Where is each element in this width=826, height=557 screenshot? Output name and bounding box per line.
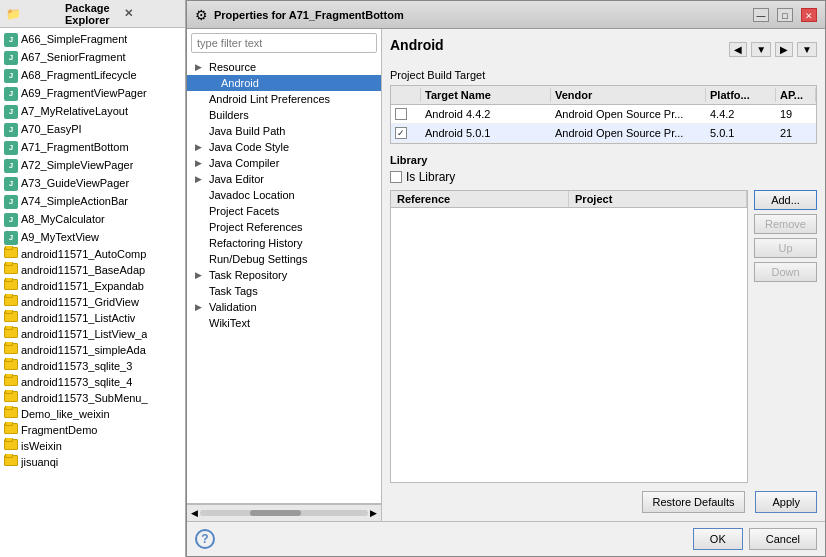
tree-item[interactable]: Refactoring History xyxy=(187,235,381,251)
tree-item[interactable]: ▶Java Compiler xyxy=(187,155,381,171)
package-explorer-item[interactable]: android11571_AutoComp xyxy=(0,246,185,262)
checkbox[interactable]: ✓ xyxy=(395,127,407,139)
package-explorer-item[interactable]: android11573_sqlite_4 xyxy=(0,374,185,390)
maximize-button[interactable]: □ xyxy=(777,8,793,22)
help-icon: ? xyxy=(201,532,208,546)
down-button[interactable]: Down xyxy=(754,262,817,282)
panel-header-row: Android ◀ ▼ ▶ ▼ xyxy=(390,37,817,61)
nav-forward-button[interactable]: ▶ xyxy=(775,42,793,57)
nav-menu-button[interactable]: ▼ xyxy=(797,42,817,57)
package-explorer-item[interactable]: JA72_SimpleViewPager xyxy=(0,156,185,174)
package-explorer-item[interactable]: JA67_SeniorFragment xyxy=(0,48,185,66)
table-row-checkbox[interactable]: ✓ xyxy=(391,125,421,141)
minimize-button[interactable]: — xyxy=(753,8,769,22)
package-explorer-item-label: A8_MyCalculator xyxy=(21,213,105,225)
tree-footer: ◀ ▶ xyxy=(187,503,381,521)
tree-item-label: Javadoc Location xyxy=(209,189,295,201)
package-explorer-item[interactable]: FragmentDemo xyxy=(0,422,185,438)
tree-item-label: Task Repository xyxy=(209,269,287,281)
tree-item[interactable]: Javadoc Location xyxy=(187,187,381,203)
package-explorer-item-label: A66_SimpleFragment xyxy=(21,33,127,45)
package-explorer-item[interactable]: android11571_BaseAdap xyxy=(0,262,185,278)
bottom-right: OK Cancel xyxy=(693,528,817,550)
table-row[interactable]: ✓Android 5.0.1Android Open Source Pr...5… xyxy=(391,124,816,143)
table-cell-api: 21 xyxy=(776,125,816,141)
add-button[interactable]: Add... xyxy=(754,190,817,210)
tree-item[interactable]: Android xyxy=(187,75,381,91)
package-explorer-item[interactable]: isWeixin xyxy=(0,438,185,454)
ok-button[interactable]: OK xyxy=(693,528,743,550)
tree-item-label: Resource xyxy=(209,61,256,73)
package-explorer-item[interactable]: android11571_ListView_a xyxy=(0,326,185,342)
tree-item[interactable]: ▶Java Editor xyxy=(187,171,381,187)
scroll-right-icon[interactable]: ▶ xyxy=(370,508,377,518)
tree-item[interactable]: Project References xyxy=(187,219,381,235)
table-row-checkbox[interactable] xyxy=(391,106,421,122)
is-library-checkbox[interactable] xyxy=(390,171,402,183)
col-header-target: Target Name xyxy=(421,88,551,102)
dialog-body: ▶ResourceAndroidAndroid Lint Preferences… xyxy=(187,29,825,521)
remove-button[interactable]: Remove xyxy=(754,214,817,234)
nav-dropdown-button[interactable]: ▼ xyxy=(751,42,771,57)
package-explorer-item[interactable]: JA7_MyRelativeLayout xyxy=(0,102,185,120)
tree-item[interactable]: Task Tags xyxy=(187,283,381,299)
col-header-check xyxy=(391,88,421,102)
package-explorer-item[interactable]: Demo_like_weixin xyxy=(0,406,185,422)
tree-item[interactable]: WikiText xyxy=(187,315,381,331)
table-row[interactable]: Android 4.4.2Android Open Source Pr...4.… xyxy=(391,105,816,124)
tree-item[interactable]: Android Lint Preferences xyxy=(187,91,381,107)
package-explorer-item-label: A68_FragmentLifecycle xyxy=(21,69,137,81)
package-explorer-item[interactable]: android11571_GridView xyxy=(0,294,185,310)
java-project-icon: J xyxy=(4,103,18,119)
folder-icon xyxy=(4,263,18,277)
tree-item[interactable]: ▶Java Code Style xyxy=(187,139,381,155)
tree-item[interactable]: ▶Validation xyxy=(187,299,381,315)
java-project-icon: J xyxy=(4,175,18,191)
cancel-button[interactable]: Cancel xyxy=(749,528,817,550)
tree-item[interactable]: Builders xyxy=(187,107,381,123)
dialog-titlebar: ⚙ Properties for A71_FragmentBottom — □ … xyxy=(187,1,825,29)
tree-item[interactable]: ▶Task Repository xyxy=(187,267,381,283)
package-explorer-item[interactable]: android11571_Expandab xyxy=(0,278,185,294)
tree-item-arrow: ▶ xyxy=(195,174,205,184)
nav-back-button[interactable]: ◀ xyxy=(729,42,747,57)
tree-item[interactable]: Run/Debug Settings xyxy=(187,251,381,267)
package-explorer-item[interactable]: JA9_MyTextView xyxy=(0,228,185,246)
checkbox[interactable] xyxy=(395,108,407,120)
package-explorer-item[interactable]: jisuanqi xyxy=(0,454,185,470)
tree-item[interactable]: Java Build Path xyxy=(187,123,381,139)
package-explorer-item[interactable]: JA70_EasyPI xyxy=(0,120,185,138)
package-explorer-item-label: A67_SeniorFragment xyxy=(21,51,126,63)
package-explorer-item[interactable]: android11571_ListActiv xyxy=(0,310,185,326)
tree-item[interactable]: Project Facets xyxy=(187,203,381,219)
package-explorer-close-icon[interactable]: ✕ xyxy=(124,7,179,20)
package-explorer-item[interactable]: android11571_simpleAda xyxy=(0,342,185,358)
ref-buttons: Add... Remove Up Down xyxy=(754,190,817,483)
package-explorer-item[interactable]: JA74_SimpleActionBar xyxy=(0,192,185,210)
tree-item[interactable]: ▶Resource xyxy=(187,59,381,75)
restore-defaults-button[interactable]: Restore Defaults xyxy=(642,491,746,513)
build-target-table: Target Name Vendor Platfo... AP... Andro… xyxy=(390,85,817,144)
package-explorer-item[interactable]: JA68_FragmentLifecycle xyxy=(0,66,185,84)
filter-input[interactable] xyxy=(191,33,377,53)
package-explorer-item[interactable]: android11573_SubMenu_ xyxy=(0,390,185,406)
up-button[interactable]: Up xyxy=(754,238,817,258)
package-explorer-item[interactable]: JA8_MyCalculator xyxy=(0,210,185,228)
dialog-title-icon: ⚙ xyxy=(195,7,208,23)
java-project-icon: J xyxy=(4,157,18,173)
library-section: Library Is Library Reference Project Add xyxy=(390,154,817,483)
help-button[interactable]: ? xyxy=(195,529,215,549)
table-cell-platform: 5.0.1 xyxy=(706,125,776,141)
package-explorer-item[interactable]: android11573_sqlite_3 xyxy=(0,358,185,374)
tree-item-arrow: ▶ xyxy=(195,142,205,152)
close-button[interactable]: ✕ xyxy=(801,8,817,22)
apply-button[interactable]: Apply xyxy=(755,491,817,513)
package-explorer-item[interactable]: JA71_FragmentBottom xyxy=(0,138,185,156)
package-explorer-item[interactable]: JA69_FragmentViewPager xyxy=(0,84,185,102)
package-explorer-item[interactable]: JA66_SimpleFragment xyxy=(0,30,185,48)
java-project-icon: J xyxy=(4,121,18,137)
package-explorer-item-label: android11571_GridView xyxy=(21,296,139,308)
tree-item-arrow: ▶ xyxy=(195,270,205,280)
package-explorer-item[interactable]: JA73_GuideViewPager xyxy=(0,174,185,192)
scroll-left-icon[interactable]: ◀ xyxy=(191,508,198,518)
